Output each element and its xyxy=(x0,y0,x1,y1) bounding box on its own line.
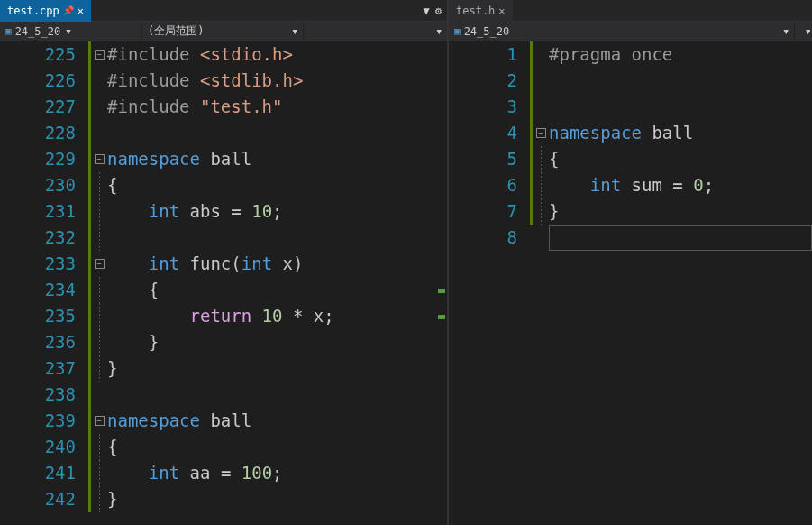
line-number: 227 xyxy=(0,94,76,120)
fold-toggle-icon[interactable]: − xyxy=(536,128,546,138)
line-number: 230 xyxy=(0,172,76,198)
line-number: 242 xyxy=(0,486,76,512)
line-number: 229 xyxy=(0,146,76,172)
overview-ruler xyxy=(438,41,445,525)
line-number: 235 xyxy=(0,303,76,329)
line-number: 240 xyxy=(0,434,76,460)
code-line[interactable]: { xyxy=(107,277,447,303)
code-line[interactable]: int aa = 100; xyxy=(107,460,447,486)
code-line[interactable] xyxy=(107,120,447,146)
code-line[interactable] xyxy=(107,225,447,251)
fold-cell xyxy=(91,303,107,329)
line-number: 3 xyxy=(449,94,517,120)
line-number: 236 xyxy=(0,329,76,355)
tab-label: test.cpp xyxy=(7,5,59,17)
fold-cell xyxy=(91,382,107,408)
nav-scope-combo[interactable]: (全局范围) ▼ xyxy=(142,22,303,41)
line-number: 231 xyxy=(0,198,76,225)
tab-test-h[interactable]: test.h ✕ xyxy=(449,0,513,22)
fold-cell xyxy=(533,94,549,120)
nav-project-combo[interactable]: ▣ 24_5_20 ▼ xyxy=(0,22,142,41)
line-number: 6 xyxy=(449,172,517,198)
gear-icon[interactable]: ⚙ xyxy=(435,5,442,17)
line-number: 228 xyxy=(0,120,76,146)
code-line[interactable] xyxy=(549,225,812,251)
line-number: 237 xyxy=(0,355,76,382)
code-line[interactable]: { xyxy=(107,172,447,198)
tab-bar-right: test.h ✕ xyxy=(449,0,812,22)
fold-cell xyxy=(91,94,107,120)
code-content[interactable]: #include <stdio.h>#include <stdlib.h>#in… xyxy=(107,41,447,525)
fold-cell xyxy=(533,225,549,251)
fold-toggle-icon[interactable]: − xyxy=(95,154,105,164)
fold-cell xyxy=(91,68,107,94)
fold-cell xyxy=(91,355,107,382)
code-line[interactable]: } xyxy=(107,355,447,382)
fold-cell xyxy=(91,434,107,460)
code-line[interactable]: { xyxy=(107,434,447,460)
pin-icon[interactable]: 📌 xyxy=(63,5,74,15)
fold-column: −−−− xyxy=(91,41,107,525)
fold-cell xyxy=(91,460,107,486)
fold-cell xyxy=(91,329,107,355)
nav-member-combo[interactable]: ▼ xyxy=(303,22,447,41)
fold-cell: − xyxy=(91,146,107,172)
fold-cell xyxy=(91,277,107,303)
nav-scope-label: (全局范围) xyxy=(148,23,204,39)
code-line[interactable]: int abs = 10; xyxy=(107,198,447,225)
code-line[interactable]: int func(int x) xyxy=(107,251,447,277)
nav-bar-right: ▣ 24_5_20 ▼ ▼ xyxy=(449,22,812,41)
project-icon: ▣ xyxy=(5,25,12,37)
fold-toggle-icon[interactable]: − xyxy=(95,416,105,426)
fold-cell: − xyxy=(91,251,107,277)
line-number: 239 xyxy=(0,408,76,434)
fold-cell xyxy=(91,225,107,251)
fold-cell xyxy=(91,120,107,146)
code-line[interactable]: namespace ball xyxy=(107,408,447,434)
line-number: 8 xyxy=(449,225,517,251)
nav-project-combo[interactable]: ▣ 24_5_20 ▼ xyxy=(449,22,794,41)
tab-test-cpp[interactable]: test.cpp 📌 ✕ xyxy=(0,0,91,22)
code-line[interactable] xyxy=(107,382,447,408)
code-line[interactable]: namespace ball xyxy=(549,120,812,146)
fold-cell xyxy=(533,68,549,94)
close-icon[interactable]: ✕ xyxy=(78,5,84,17)
code-line[interactable]: #include <stdio.h> xyxy=(107,41,447,68)
nav-member-combo[interactable]: ▼ xyxy=(794,22,812,41)
line-gutter: 12345678 xyxy=(449,41,530,525)
code-line[interactable]: #include "test.h" xyxy=(107,94,447,120)
code-line[interactable]: #pragma once xyxy=(549,41,812,68)
code-line[interactable] xyxy=(549,94,812,120)
code-line[interactable]: } xyxy=(107,329,447,355)
code-line[interactable]: namespace ball xyxy=(107,146,447,172)
fold-cell xyxy=(533,41,549,68)
project-icon: ▣ xyxy=(454,25,461,37)
close-icon[interactable]: ✕ xyxy=(498,5,505,17)
code-line[interactable] xyxy=(549,68,812,94)
marker-icon xyxy=(438,289,445,293)
line-gutter: 2252262272282292302312322332342352362372… xyxy=(0,41,88,525)
code-line[interactable]: } xyxy=(549,198,812,225)
fold-cell xyxy=(533,146,549,172)
code-line[interactable]: return 10 * x; xyxy=(107,303,447,329)
line-number: 1 xyxy=(449,41,517,68)
line-number: 238 xyxy=(0,382,76,408)
chevron-down-icon: ▼ xyxy=(66,27,70,36)
code-line[interactable]: } xyxy=(107,486,447,512)
fold-cell xyxy=(91,198,107,225)
code-line[interactable]: int sum = 0; xyxy=(549,172,812,198)
code-editor-right[interactable]: 12345678 − #pragma oncenamespace ball{ i… xyxy=(449,41,812,525)
fold-toggle-icon[interactable]: − xyxy=(95,50,105,60)
fold-toggle-icon[interactable]: − xyxy=(95,259,105,269)
tab-dropdown-icon[interactable]: ▼ xyxy=(424,5,430,17)
tab-bar-left: test.cpp 📌 ✕ ▼ ⚙ xyxy=(0,0,447,22)
code-line[interactable]: #include <stdlib.h> xyxy=(107,68,447,94)
code-content[interactable]: #pragma oncenamespace ball{ int sum = 0;… xyxy=(549,41,812,525)
code-editor-left[interactable]: 2252262272282292302312322332342352362372… xyxy=(0,41,447,525)
code-line[interactable]: { xyxy=(549,146,812,172)
fold-cell xyxy=(533,198,549,225)
fold-cell: − xyxy=(533,120,549,146)
line-number: 241 xyxy=(0,460,76,486)
editor-pane-right: test.h ✕ ▣ 24_5_20 ▼ ▼ 12345678 − #pragm… xyxy=(449,0,812,525)
line-number: 233 xyxy=(0,251,76,277)
